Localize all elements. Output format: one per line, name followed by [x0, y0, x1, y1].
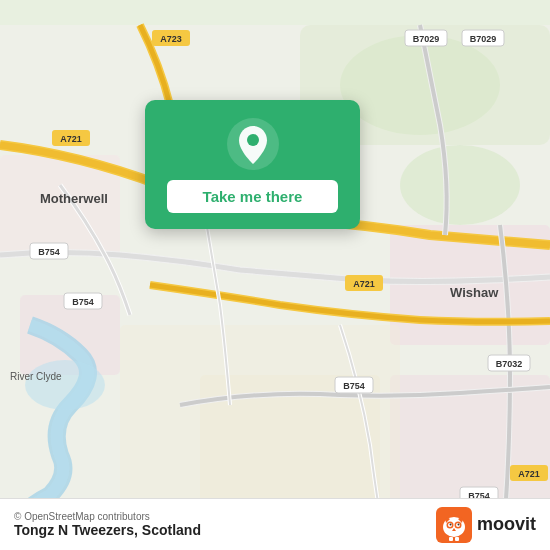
svg-text:River Clyde: River Clyde — [10, 371, 62, 382]
moovit-logo: moovit — [436, 507, 536, 543]
moovit-mascot-icon — [436, 507, 472, 543]
location-card: Take me there — [145, 100, 360, 229]
location-title: Tongz N Tweezers, Scotland — [14, 522, 201, 538]
map-background: A721 A723 B7029 B7029 B754 A721 B7032 B7… — [0, 0, 550, 550]
moovit-brand-text: moovit — [477, 514, 536, 535]
svg-point-45 — [457, 523, 459, 525]
location-info: © OpenStreetMap contributors Tongz N Twe… — [14, 511, 201, 538]
svg-text:A721: A721 — [518, 469, 540, 479]
svg-text:B7029: B7029 — [470, 34, 497, 44]
svg-rect-48 — [455, 537, 459, 541]
svg-text:B754: B754 — [72, 297, 94, 307]
svg-rect-47 — [449, 537, 453, 541]
attribution-text: © OpenStreetMap contributors — [14, 511, 201, 522]
map-container: A721 A723 B7029 B7029 B754 A721 B7032 B7… — [0, 0, 550, 550]
svg-point-44 — [449, 523, 451, 525]
svg-text:B754: B754 — [343, 381, 365, 391]
svg-text:Motherwell: Motherwell — [40, 191, 108, 206]
take-me-there-button[interactable]: Take me there — [167, 180, 338, 213]
svg-text:B7029: B7029 — [413, 34, 440, 44]
svg-point-2 — [400, 145, 520, 225]
svg-text:A721: A721 — [353, 279, 375, 289]
bottom-bar: © OpenStreetMap contributors Tongz N Twe… — [0, 498, 550, 550]
svg-point-10 — [25, 360, 105, 410]
svg-text:A721: A721 — [60, 134, 82, 144]
svg-text:Wishaw: Wishaw — [450, 285, 499, 300]
location-pin-icon — [227, 118, 279, 170]
svg-rect-9 — [120, 325, 400, 525]
svg-text:B754: B754 — [38, 247, 60, 257]
svg-text:A723: A723 — [160, 34, 182, 44]
svg-point-37 — [247, 134, 259, 146]
svg-text:B7032: B7032 — [496, 359, 523, 369]
